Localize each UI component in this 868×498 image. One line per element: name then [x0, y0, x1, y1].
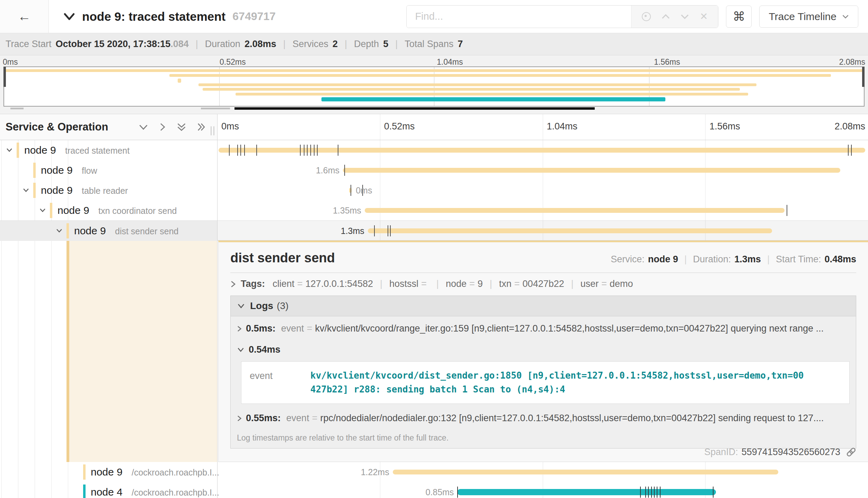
span-name-cell[interactable]: node 9traced statement — [0, 140, 217, 160]
span-row[interactable]: node 9txn coordinator send1.35ms — [0, 200, 868, 220]
chevron-down-icon[interactable] — [55, 227, 63, 234]
trace-start-value: October 15 2020, 17:38:15 — [56, 39, 171, 49]
chevron-right-icon — [237, 325, 242, 332]
span-name-cell[interactable]: node 9dist sender send — [0, 221, 217, 241]
span-detail-title: dist sender send — [230, 251, 335, 265]
tag-item: txn=00427b22 — [499, 279, 564, 289]
chevron-right-icon — [237, 415, 242, 422]
span-name-cell[interactable]: node 4/cockroach.roachpb.I... — [0, 482, 217, 498]
span-name-cell[interactable]: node 9/cockroach.roachpb.I... — [0, 462, 217, 482]
log-marker-tick — [651, 487, 652, 498]
minimap-left-handle[interactable] — [3, 67, 6, 87]
total-spans-label: Total Spans — [405, 39, 453, 49]
tree-controls — [139, 123, 206, 132]
service-color-chip — [67, 223, 69, 238]
span-bar[interactable] — [457, 489, 716, 495]
expand-all-icon[interactable] — [197, 123, 206, 132]
chevron-down-icon[interactable] — [22, 186, 30, 194]
span-bar[interactable] — [343, 168, 840, 173]
log-marker-tick — [351, 185, 351, 196]
log-field-value: rpc/nodedialer/nodedialer.go:132 [n9,cli… — [320, 413, 824, 424]
service-name: node 9 — [41, 180, 73, 200]
logs-count: (3) — [277, 300, 289, 311]
tag-key: client — [273, 279, 294, 289]
tag-key: node — [446, 279, 467, 289]
locate-icon[interactable] — [642, 12, 651, 21]
span-bar[interactable] — [365, 208, 785, 213]
span-timeline-cell[interactable]: 1.6ms — [217, 160, 868, 180]
tag-value: demo — [610, 279, 633, 289]
tag-key: hostssl — [389, 279, 418, 289]
service-operation-header: Service & Operation — [0, 114, 217, 140]
span-row[interactable]: node 9dist sender send1.3ms — [0, 220, 868, 241]
minimap-scrollbar[interactable] — [234, 107, 595, 110]
log-entry-header[interactable]: 0.54ms — [231, 339, 856, 357]
tags-label: Tags: — [241, 279, 265, 289]
tag-value: 00427b22 — [523, 279, 564, 289]
service-color-chip — [33, 163, 36, 178]
span-row[interactable]: node 9flow1.6ms — [0, 160, 868, 180]
span-name-cell[interactable]: node 9table reader — [0, 180, 217, 200]
span-timeline-cell[interactable]: 0.85ms — [217, 482, 868, 498]
minimap-canvas[interactable] — [3, 66, 865, 107]
service-value: node 9 — [648, 254, 678, 265]
log-marker-tick — [388, 225, 388, 236]
minimap-span — [178, 79, 181, 83]
span-bar[interactable] — [219, 148, 865, 153]
tag-value: 127.0.0.1:54582 — [305, 279, 373, 289]
timeline-tick-label: 1.04ms — [547, 121, 578, 132]
clear-icon[interactable]: ✕ — [700, 11, 708, 22]
collapse-all-icon[interactable] — [177, 123, 186, 132]
span-id-row: SpanID: 5597415943526560273 — [704, 447, 856, 458]
log-marker-tick — [237, 145, 238, 156]
span-name-cell[interactable]: node 9flow — [0, 160, 217, 180]
collapse-one-icon[interactable] — [139, 123, 148, 131]
span-row[interactable]: node 9traced statement — [0, 140, 868, 160]
tags-row[interactable]: Tags: client=127.0.0.1:54582|hostssl=|no… — [219, 273, 868, 293]
span-timeline-cell[interactable]: 1.22ms — [217, 462, 868, 482]
collapse-chevron-icon[interactable] — [63, 12, 75, 21]
separator: | — [436, 279, 439, 289]
log-marker-tick — [713, 487, 714, 498]
selected-span-accent-stripe — [67, 241, 69, 462]
log-entry-collapsed[interactable]: 0.55ms: event = rpc/nodedialer/nodediale… — [231, 406, 856, 428]
prev-match-icon[interactable] — [661, 13, 670, 20]
log-marker-tick — [851, 145, 852, 156]
log-field-key: event — [250, 369, 310, 397]
chevron-down-icon[interactable] — [39, 206, 46, 214]
keyboard-shortcut-button[interactable]: ⌘ — [726, 6, 752, 28]
span-timeline-cell[interactable]: 1.35ms — [217, 200, 868, 220]
chevron-down-icon — [237, 303, 245, 309]
drag-handle-icon[interactable] — [211, 126, 214, 135]
expand-one-icon[interactable] — [159, 123, 166, 132]
span-row[interactable]: node 4/cockroach.roachpb.I...0.85ms — [0, 482, 868, 498]
span-timeline-cell[interactable] — [217, 140, 868, 160]
back-button[interactable]: ← — [0, 0, 49, 33]
service-color-chip — [50, 203, 52, 218]
chevron-down-icon[interactable] — [6, 146, 13, 154]
log-marker-tick — [307, 145, 308, 156]
span-bar[interactable] — [393, 470, 778, 474]
logs-header[interactable]: Logs (3) — [231, 296, 856, 316]
span-bar[interactable] — [368, 228, 772, 233]
span-row[interactable]: node 9/cockroach.roachpb.I...1.22ms — [0, 462, 868, 482]
view-mode-label: Trace Timeline — [769, 11, 836, 22]
separator: | — [380, 279, 382, 289]
log-field-value: kv/kvclient/kvcoord/dist_sender.go:1850 … — [310, 369, 806, 397]
timeline-header: 0ms 0.52ms 1.04ms 1.56ms 2.08ms — [217, 114, 868, 140]
find-input[interactable] — [407, 6, 631, 28]
span-timeline-cell[interactable]: 1.3ms — [217, 221, 868, 241]
log-entry-collapsed[interactable]: 0.5ms: event = kv/kvclient/kvcoord/range… — [231, 316, 856, 339]
trace-minimap[interactable]: 0ms 0.52ms 1.04ms 1.56ms 2.08ms — [0, 55, 868, 114]
minimap-right-handle[interactable] — [862, 67, 865, 87]
link-icon[interactable] — [844, 444, 858, 459]
span-duration-label: 1.3ms — [341, 221, 364, 241]
service-name: node 4 — [91, 482, 123, 498]
span-row[interactable]: node 9table reader0ms — [0, 180, 868, 200]
service-operation-title: Service & Operation — [6, 121, 108, 133]
next-match-icon[interactable] — [680, 13, 689, 20]
view-mode-dropdown[interactable]: Trace Timeline — [759, 6, 858, 28]
column-resize-divider[interactable] — [217, 114, 218, 498]
span-timeline-cell[interactable]: 0ms — [217, 180, 868, 200]
span-name-cell[interactable]: node 9txn coordinator send — [0, 200, 217, 220]
